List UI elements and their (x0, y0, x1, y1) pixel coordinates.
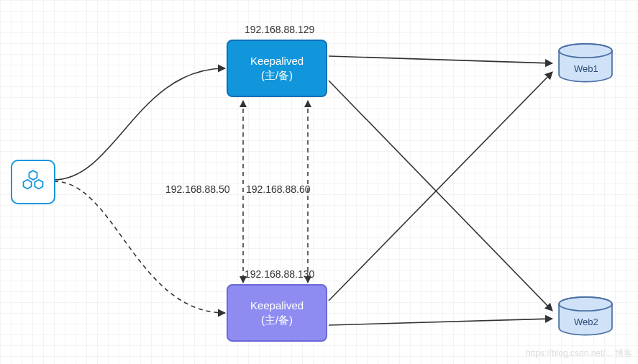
ka1-ip-label: 192.168.88.129 (245, 24, 314, 35)
svg-marker-1 (24, 180, 32, 189)
svg-marker-2 (35, 180, 42, 189)
ka1-role: (主/备) (261, 68, 293, 83)
ka1-title: Keepalived (250, 54, 304, 68)
hex-cluster-icon (19, 168, 47, 196)
svg-marker-0 (29, 170, 37, 180)
web1-label: Web1 (574, 63, 598, 74)
web2-label: Web2 (574, 317, 598, 327)
ka2-role: (主/备) (261, 313, 293, 327)
vip-right-label: 192.168.88.60 (246, 183, 311, 195)
keepalived-top: Keepalived (主/备) (227, 40, 327, 97)
vip-left-label: 192.168.88.50 (165, 183, 230, 195)
ka2-ip-label: 192.168.88.130 (245, 268, 314, 280)
diagram-canvas: 192.168.88.129 Keepalived (主/备) 192.168.… (0, 0, 638, 364)
watermark: https://blog.csdn.net/... 博客 (526, 347, 632, 360)
client-cluster-icon (11, 160, 55, 204)
ka2-title: Keepalived (250, 299, 304, 313)
keepalived-bottom: Keepalived (主/备) (227, 284, 327, 342)
